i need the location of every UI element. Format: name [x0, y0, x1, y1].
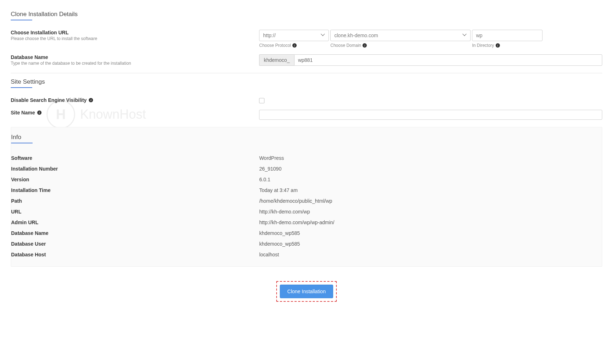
info-dbuser-value: khdemoco_wp585 — [259, 241, 602, 247]
divider — [11, 73, 602, 73]
database-prefix: khdemoco_ — [259, 54, 294, 66]
database-name-label: Database Name — [11, 54, 256, 60]
protocol-select[interactable]: http:// — [259, 30, 329, 41]
protocol-sublabel: Choose Protocol — [259, 43, 291, 48]
info-insttime-value: Today at 3:47 am — [259, 187, 602, 193]
protocol-select-value: http:// — [263, 33, 276, 38]
site-name-label: Site Name — [11, 110, 35, 115]
directory-sublabel: In Directory — [472, 43, 494, 48]
database-name-row: Database Name Type the name of the datab… — [11, 54, 602, 66]
sev-row: Disable Search Engine Visibility — [11, 97, 602, 103]
info-url-label: URL — [11, 209, 259, 215]
highlight-box: Clone Installation — [276, 281, 337, 302]
info-instnum-value: 26_91090 — [259, 166, 602, 172]
info-version-label: Version — [11, 177, 259, 182]
info-software-value: WordPress — [259, 155, 602, 161]
info-url-value: http://kh-demo.com/wp — [259, 209, 602, 215]
site-settings-section: Site Settings Disable Search Engine Visi… — [11, 78, 602, 120]
info-adminurl-value: http://kh-demo.com/wp/wp-admin/ — [259, 220, 602, 225]
info-software-row: Software WordPress — [11, 153, 602, 163]
clone-installation-button[interactable]: Clone Installation — [280, 285, 333, 298]
directory-input[interactable] — [472, 30, 543, 41]
clone-details-heading: Clone Installation Details — [11, 11, 602, 23]
info-dbhost-row: Database Host localhost — [11, 249, 602, 260]
info-path-label: Path — [11, 198, 259, 204]
info-adminurl-row: Admin URL http://kh-demo.com/wp/wp-admin… — [11, 217, 602, 228]
installation-url-hint: Please choose the URL to install the sof… — [11, 36, 256, 41]
info-dbhost-label: Database Host — [11, 252, 259, 257]
info-icon[interactable] — [292, 43, 297, 48]
clone-details-section: Clone Installation Details Choose Instal… — [11, 11, 602, 66]
info-insttime-row: Installation Time Today at 3:47 am — [11, 185, 602, 196]
domain-select[interactable]: clone.kh-demo.com — [330, 30, 471, 41]
info-icon[interactable] — [37, 110, 42, 115]
sev-checkbox[interactable] — [259, 98, 264, 103]
info-icon[interactable] — [89, 98, 93, 102]
info-dbuser-label: Database User — [11, 241, 259, 247]
site-name-row: Site Name — [11, 110, 602, 120]
site-settings-heading: Site Settings — [11, 78, 602, 91]
chevron-down-icon — [463, 34, 467, 37]
info-version-row: Version 6.0.1 — [11, 174, 602, 185]
info-adminurl-label: Admin URL — [11, 220, 259, 225]
info-icon[interactable] — [496, 43, 500, 48]
info-software-label: Software — [11, 155, 259, 161]
info-dbname-row: Database Name khdemoco_wp585 — [11, 228, 602, 238]
info-icon[interactable] — [363, 43, 367, 48]
domain-select-value: clone.kh-demo.com — [334, 33, 378, 38]
info-dbname-label: Database Name — [11, 230, 259, 236]
info-path-row: Path /home/khdemoco/public_html/wp — [11, 196, 602, 206]
info-insttime-label: Installation Time — [11, 187, 259, 193]
site-name-input[interactable] — [259, 110, 602, 120]
info-dbhost-value: localhost — [259, 252, 602, 257]
installation-url-row: Choose Installation URL Please choose th… — [11, 30, 602, 48]
info-dbuser-row: Database User khdemoco_wp585 — [11, 238, 602, 249]
info-dbname-value: khdemoco_wp585 — [259, 230, 602, 236]
info-heading: Info — [11, 134, 602, 146]
installation-url-label: Choose Installation URL — [11, 30, 256, 35]
info-version-value: 6.0.1 — [259, 177, 602, 182]
info-instnum-row: Installation Number 26_91090 — [11, 163, 602, 174]
info-url-row: URL http://kh-demo.com/wp — [11, 206, 602, 217]
info-section: Info Software WordPress Installation Num… — [11, 127, 602, 267]
sev-label: Disable Search Engine Visibility — [11, 97, 87, 103]
database-name-input[interactable] — [294, 54, 602, 66]
info-path-value: /home/khdemoco/public_html/wp — [259, 198, 602, 204]
domain-sublabel: Choose Domain — [330, 43, 361, 48]
database-name-hint: Type the name of the database to be crea… — [11, 61, 256, 66]
chevron-down-icon — [321, 34, 325, 37]
info-instnum-label: Installation Number — [11, 166, 259, 172]
button-wrap: Clone Installation — [11, 281, 602, 302]
